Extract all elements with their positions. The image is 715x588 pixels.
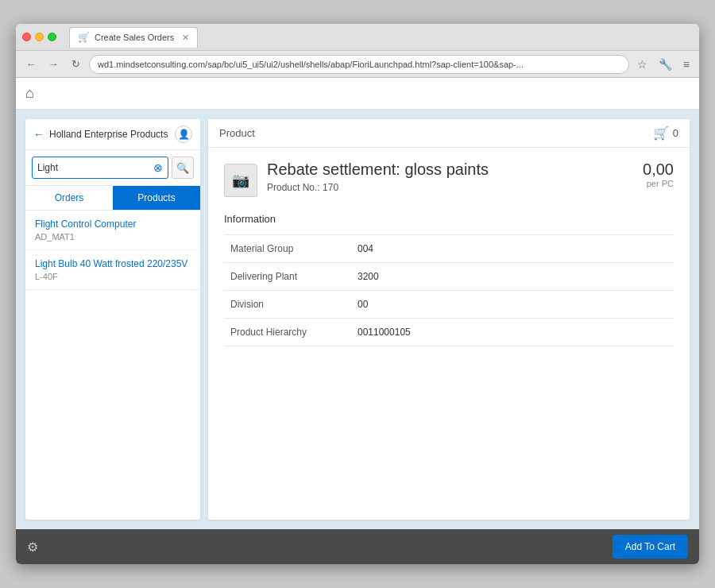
price-value: 0,00 bbox=[643, 161, 674, 179]
product-number-value: 170 bbox=[323, 182, 338, 193]
cart-icon[interactable]: 🛒 bbox=[653, 126, 669, 141]
product-name-2: Light Bulb 40 Watt frosted 220/235V bbox=[35, 258, 191, 269]
product-list: Flight Control Computer AD_MAT1 Light Bu… bbox=[25, 211, 200, 520]
back-arrow-icon[interactable]: ← bbox=[33, 128, 44, 141]
cart-info: 🛒 0 bbox=[653, 126, 678, 141]
info-table: Material Group004Delivering Plant3200Div… bbox=[224, 234, 674, 346]
info-value: 00 bbox=[351, 291, 674, 319]
back-nav-button[interactable]: ← bbox=[22, 56, 40, 73]
search-input[interactable]: Light bbox=[37, 162, 150, 173]
info-label: Division bbox=[224, 291, 351, 319]
right-panel: Product 🛒 0 📷 Rebate settlement: gloss p… bbox=[208, 119, 690, 520]
tab-orders[interactable]: Orders bbox=[25, 186, 113, 210]
product-item-2[interactable]: Light Bulb 40 Watt frosted 220/235V L-40… bbox=[25, 250, 200, 290]
add-to-cart-button[interactable]: Add To Cart bbox=[613, 535, 688, 559]
tab-products[interactable]: Products bbox=[113, 186, 200, 210]
product-detail: 📷 Rebate settlement: gloss paints Produc… bbox=[208, 148, 690, 520]
product-image-placeholder: 📷 bbox=[224, 164, 257, 197]
tabs-row: Orders Products bbox=[25, 186, 200, 211]
tab-close-icon[interactable]: ✕ bbox=[182, 33, 189, 43]
left-panel-header: ← Holland Enterprise Products 👤 bbox=[25, 119, 200, 150]
product-title-text: Rebate settlement: gloss paints Product … bbox=[267, 161, 643, 193]
address-bar: ← → ↻ wd1.mindsetconsulting.com/sap/bc/u… bbox=[16, 51, 699, 78]
bookmark-icon[interactable]: ☆ bbox=[634, 56, 651, 72]
refresh-nav-button[interactable]: ↻ bbox=[67, 56, 84, 73]
tab-favicon-icon: 🛒 bbox=[78, 32, 90, 43]
main-area: ← Holland Enterprise Products 👤 Light ⊗ … bbox=[16, 110, 699, 529]
product-code-2: L-40F bbox=[35, 272, 191, 281]
clear-search-icon[interactable]: ⊗ bbox=[153, 161, 163, 174]
url-text: wd1.mindsetconsulting.com/sap/bc/ui5_ui5… bbox=[98, 60, 524, 69]
search-button[interactable]: 🔍 bbox=[172, 157, 194, 179]
fullscreen-button[interactable] bbox=[48, 33, 56, 41]
info-section-title: Information bbox=[224, 213, 674, 225]
info-label: Delivering Plant bbox=[224, 263, 351, 291]
home-icon[interactable]: ⌂ bbox=[25, 85, 34, 102]
product-header-title: Product bbox=[219, 127, 255, 139]
price-unit: per PC bbox=[643, 179, 674, 188]
cart-count: 0 bbox=[673, 127, 678, 139]
product-title-row: 📷 Rebate settlement: gloss paints Produc… bbox=[224, 161, 674, 197]
tab-bar: 🛒 Create Sales Orders ✕ bbox=[69, 27, 693, 48]
browser-tab[interactable]: 🛒 Create Sales Orders ✕ bbox=[69, 27, 198, 48]
info-table-row: Material Group004 bbox=[224, 235, 674, 263]
info-value: 0011000105 bbox=[351, 319, 674, 346]
app-container: ⌂ ← Holland Enterprise Products 👤 Light … bbox=[16, 78, 699, 564]
info-value: 004 bbox=[351, 235, 674, 263]
info-table-row: Delivering Plant3200 bbox=[224, 263, 674, 291]
url-bar[interactable]: wd1.mindsetconsulting.com/sap/bc/ui5_ui5… bbox=[89, 55, 629, 74]
info-value: 3200 bbox=[351, 263, 674, 291]
info-label: Product Hierarchy bbox=[224, 319, 351, 346]
minimize-button[interactable] bbox=[35, 33, 44, 41]
search-magnifier-icon: 🔍 bbox=[176, 162, 189, 174]
menu-icon[interactable]: ≡ bbox=[680, 56, 693, 72]
panel-title: Holland Enterprise Products bbox=[49, 129, 170, 140]
product-price: 0,00 per PC bbox=[643, 161, 674, 188]
user-avatar-icon[interactable]: 👤 bbox=[175, 126, 192, 143]
search-input-wrapper: Light ⊗ bbox=[32, 157, 168, 179]
forward-nav-button[interactable]: → bbox=[44, 56, 62, 73]
info-label: Material Group bbox=[224, 235, 351, 263]
wrench-icon[interactable]: 🔧 bbox=[655, 56, 675, 72]
title-bar: 🛒 Create Sales Orders ✕ bbox=[16, 24, 699, 51]
sap-topbar: ⌂ bbox=[16, 78, 699, 110]
product-name-1: Flight Control Computer bbox=[35, 219, 191, 230]
product-header-bar: Product 🛒 0 bbox=[208, 119, 690, 148]
traffic-lights bbox=[22, 33, 56, 41]
product-main-title: Rebate settlement: gloss paints bbox=[267, 161, 643, 179]
info-section: Information Material Group004Delivering … bbox=[224, 213, 674, 346]
product-item-1[interactable]: Flight Control Computer AD_MAT1 bbox=[25, 211, 200, 250]
product-code-1: AD_MAT1 bbox=[35, 232, 191, 242]
close-button[interactable] bbox=[22, 33, 31, 41]
info-table-row: Division00 bbox=[224, 291, 674, 319]
product-number: Product No.: 170 bbox=[267, 182, 643, 193]
tab-title: Create Sales Orders bbox=[95, 33, 174, 42]
info-table-row: Product Hierarchy0011000105 bbox=[224, 319, 674, 346]
search-container: Light ⊗ 🔍 bbox=[25, 150, 200, 186]
settings-icon[interactable]: ⚙ bbox=[27, 540, 38, 555]
bottom-bar: ⚙ Add To Cart bbox=[16, 529, 699, 564]
left-panel: ← Holland Enterprise Products 👤 Light ⊗ … bbox=[25, 119, 200, 520]
